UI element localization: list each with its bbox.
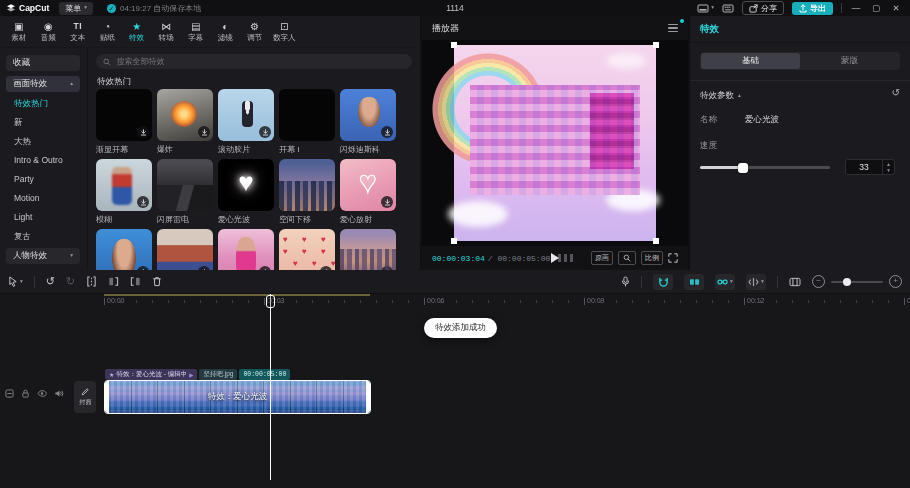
effect-thumbnail[interactable] xyxy=(279,229,335,270)
effect-thumbnail[interactable] xyxy=(279,159,335,211)
transform-handle-bottom-right[interactable] xyxy=(653,238,659,244)
slider-thumb[interactable] xyxy=(738,163,748,173)
effect-item[interactable]: 爆炸 xyxy=(157,89,213,153)
fullscreen-button[interactable] xyxy=(668,253,678,263)
sidebar-category-item[interactable]: Intro & Outro xyxy=(14,155,63,174)
sidebar-category-item[interactable]: Party xyxy=(14,174,63,193)
speed-slider[interactable] xyxy=(700,166,830,169)
effect-item[interactable]: 模糊 xyxy=(96,159,152,223)
effect-item[interactable] xyxy=(340,229,396,270)
delete-right-button[interactable] xyxy=(130,276,141,287)
frame-preview-icon[interactable] xyxy=(558,254,573,262)
search-input[interactable] xyxy=(115,56,405,67)
effect-item[interactable] xyxy=(96,229,152,270)
tab-transition[interactable]: ⋈ 转场 xyxy=(152,17,182,47)
ratio-button[interactable]: 比例 xyxy=(641,251,663,265)
tab-media[interactable]: ▣ 素材 xyxy=(4,17,34,47)
transform-handle-top-left[interactable] xyxy=(451,42,457,48)
effect-item[interactable]: 闪烁迪斯科 xyxy=(340,89,396,153)
tab-adjust[interactable]: ⚙ 调节 xyxy=(240,17,270,47)
maximize-button[interactable]: ▢ xyxy=(870,3,882,13)
sidebar-category-item[interactable]: 大热 xyxy=(14,136,63,155)
preview-axis-toggle[interactable]: ▾ xyxy=(746,274,766,290)
select-tool-button[interactable]: ▾ xyxy=(8,276,23,287)
playhead-handle[interactable] xyxy=(266,295,275,308)
sidebar-category-item[interactable]: Light xyxy=(14,212,63,231)
tab-effects[interactable]: ★ 特效 xyxy=(122,17,152,47)
undo-button[interactable]: ↺ xyxy=(46,275,55,288)
effect-item[interactable]: 渐显开幕 xyxy=(96,89,152,153)
sidebar-group-character-effects[interactable]: 人物特效▾ xyxy=(6,248,80,264)
effect-thumbnail[interactable] xyxy=(279,89,335,141)
effect-thumbnail[interactable] xyxy=(96,159,152,211)
tab-avatar[interactable]: ⊡ 数字人 xyxy=(270,17,300,47)
reset-button[interactable]: ↺ xyxy=(892,88,900,98)
sidebar-item-favorites[interactable]: 收藏 xyxy=(6,55,80,71)
edit-cover-button[interactable]: 封面 xyxy=(74,381,96,413)
close-button[interactable]: ✕ xyxy=(890,3,902,13)
sidebar-category-active[interactable]: 特效热门 xyxy=(14,98,63,117)
effect-thumbnail[interactable] xyxy=(157,159,213,211)
timeline-view-button[interactable] xyxy=(789,277,801,287)
zoom-in-button[interactable]: + xyxy=(889,275,902,288)
effect-thumbnail[interactable] xyxy=(96,229,152,270)
quality-button[interactable]: 原画 xyxy=(591,251,613,265)
delete-button[interactable] xyxy=(152,276,162,287)
effect-item[interactable]: 开幕 I xyxy=(279,89,335,153)
clip-trim-handle-right[interactable] xyxy=(366,381,370,413)
split-button[interactable] xyxy=(86,276,97,287)
timeline-ruler[interactable]: 00:0000:0300:0600:0900:1200:15 xyxy=(0,294,910,310)
effect-item[interactable] xyxy=(218,229,274,270)
sidebar-group-video-effects[interactable]: 画面特效▴ xyxy=(6,76,80,92)
effect-clip-chip[interactable]: ★ 特效：爱心光波 - 编辑中 ▶ xyxy=(105,369,197,380)
zoom-slider-thumb[interactable] xyxy=(843,278,851,286)
effect-thumbnail[interactable] xyxy=(218,89,274,141)
transform-handle-bottom-left[interactable] xyxy=(451,238,457,244)
transform-handle-top-right[interactable] xyxy=(653,42,659,48)
effect-thumbnail[interactable] xyxy=(96,89,152,141)
zoom-out-button[interactable]: − xyxy=(812,275,825,288)
tab-mask[interactable]: 蒙版 xyxy=(800,53,899,69)
delete-left-button[interactable] xyxy=(108,276,119,287)
effect-thumbnail[interactable]: ♥ xyxy=(218,159,274,211)
effect-item[interactable]: ♥ 爱心放射 xyxy=(340,159,396,223)
auto-snap-toggle[interactable] xyxy=(684,274,704,290)
mute-track-icon[interactable] xyxy=(54,389,64,398)
effect-item[interactable] xyxy=(279,229,335,270)
effect-thumbnail[interactable] xyxy=(157,89,213,141)
effect-item[interactable]: 闪屏雷电 xyxy=(157,159,213,223)
effect-thumbnail[interactable] xyxy=(218,229,274,270)
track-options-icon[interactable] xyxy=(5,389,14,398)
player-menu-button[interactable] xyxy=(668,24,678,33)
linked-selection-toggle[interactable]: ▾ xyxy=(715,274,735,290)
effect-thumbnail[interactable] xyxy=(157,229,213,270)
minimize-button[interactable]: — xyxy=(850,3,862,13)
layout-switch-button[interactable]: ▾ xyxy=(697,4,714,13)
effect-thumbnail[interactable] xyxy=(340,89,396,141)
tab-captions[interactable]: ▤ 字幕 xyxy=(181,17,211,47)
tab-sticker[interactable]: ◔ 贴纸 xyxy=(93,17,123,47)
zoom-fit-button[interactable] xyxy=(618,251,636,265)
redo-button[interactable]: ↻ xyxy=(66,275,75,288)
hide-track-icon[interactable] xyxy=(37,389,47,398)
effect-thumbnail[interactable]: ♥ xyxy=(340,159,396,211)
speed-value-box[interactable]: 33 ▲▼ xyxy=(845,159,895,175)
clip-trim-handle-left[interactable] xyxy=(105,381,109,413)
tab-text[interactable]: TI 文本 xyxy=(63,17,93,47)
effect-item[interactable]: 滚动胶片 xyxy=(218,89,274,153)
timeline-zoom-slider[interactable] xyxy=(831,281,883,283)
shortcut-keys-button[interactable] xyxy=(722,4,734,13)
video-preview[interactable] xyxy=(454,45,656,241)
effect-item[interactable]: ♥ 爱心光波 xyxy=(218,159,274,223)
sidebar-category-item[interactable]: Motion xyxy=(14,193,63,212)
value-stepper[interactable]: ▲▼ xyxy=(882,160,894,174)
search-bar[interactable] xyxy=(96,54,412,69)
lock-track-icon[interactable] xyxy=(21,389,30,398)
record-voiceover-button[interactable] xyxy=(621,276,630,287)
tab-basic[interactable]: 基础 xyxy=(701,53,800,69)
play-button[interactable] xyxy=(551,253,559,263)
export-button[interactable]: 导出 xyxy=(792,2,833,15)
effect-params-header[interactable]: 特效参数▴ xyxy=(700,90,741,102)
tab-audio[interactable]: ◉ 音频 xyxy=(34,17,64,47)
effect-item[interactable]: 空间下移 xyxy=(279,159,335,223)
